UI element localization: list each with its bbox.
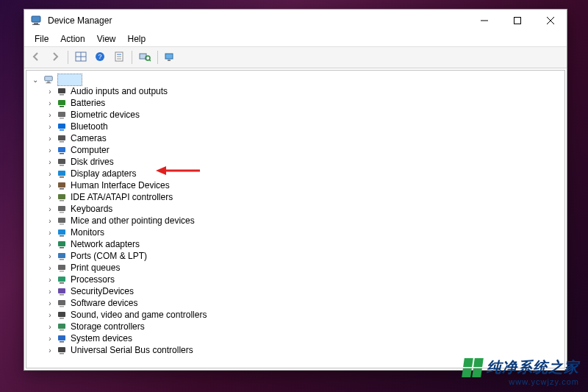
chevron-right-icon[interactable]: ›: [46, 288, 54, 296]
chevron-down-icon[interactable]: ⌄: [31, 76, 40, 84]
chevron-right-icon[interactable]: ›: [46, 229, 54, 237]
tree-node[interactable]: ›System devices: [26, 332, 564, 344]
svg-rect-20: [168, 60, 171, 61]
svg-rect-58: [58, 288, 65, 293]
help-button[interactable]: ?: [91, 49, 109, 66]
chevron-right-icon[interactable]: ›: [46, 217, 54, 225]
menu-file[interactable]: File: [29, 32, 54, 46]
toolbar-separator: [157, 51, 158, 64]
chevron-right-icon[interactable]: ›: [46, 99, 54, 107]
show-hidden-button[interactable]: [72, 49, 90, 66]
chevron-right-icon[interactable]: ›: [46, 193, 54, 202]
tree-node-label: Biometric devices: [71, 110, 140, 120]
chevron-right-icon[interactable]: ›: [46, 311, 54, 319]
tree-node[interactable]: ›Software devices: [26, 297, 564, 309]
chevron-right-icon[interactable]: ›: [46, 346, 54, 354]
chevron-right-icon[interactable]: ›: [46, 88, 54, 96]
chevron-right-icon[interactable]: ›: [46, 123, 54, 131]
close-button[interactable]: [534, 10, 567, 32]
tree-node[interactable]: ›Keyboards: [26, 203, 564, 215]
toolbar-separator: [68, 51, 68, 64]
chevron-right-icon[interactable]: ›: [46, 182, 54, 190]
app-icon: [30, 15, 42, 26]
battery-icon: [56, 97, 68, 109]
tree-node[interactable]: ›Storage controllers: [26, 321, 564, 332]
tree-node-label: System devices: [71, 333, 132, 343]
tree-node[interactable]: ›Ports (COM & LPT): [26, 250, 564, 262]
window-controls: [467, 10, 567, 32]
sound-icon: [56, 309, 68, 321]
minimize-button[interactable]: [467, 10, 501, 32]
tree-node[interactable]: ›IDE ATA/ATAPI controllers: [26, 191, 564, 203]
tree-node[interactable]: ›Print queues: [26, 262, 564, 274]
properties-button[interactable]: [110, 49, 128, 66]
svg-rect-66: [58, 335, 65, 341]
chevron-right-icon[interactable]: ›: [46, 264, 54, 272]
show-hidden-icon: [75, 51, 87, 64]
svg-rect-39: [60, 177, 64, 178]
chevron-right-icon[interactable]: ›: [46, 240, 54, 249]
tree-node[interactable]: ›Processors: [26, 274, 564, 285]
chevron-right-icon[interactable]: ›: [46, 323, 54, 331]
scan-hardware-button[interactable]: [136, 49, 154, 66]
add-legacy-button[interactable]: [162, 49, 179, 66]
tree-node[interactable]: ›Cameras: [26, 132, 564, 144]
tree-node[interactable]: ›Biometric devices: [26, 109, 564, 121]
tree-node[interactable]: ›Batteries: [26, 97, 564, 109]
tree-root[interactable]: ⌄: [26, 74, 564, 85]
svg-rect-45: [60, 212, 64, 213]
scan-hardware-icon: [139, 51, 151, 64]
tree-node[interactable]: ›Computer: [26, 144, 564, 156]
svg-rect-65: [60, 329, 64, 331]
tree-node-label: Monitors: [71, 227, 104, 238]
keyboard-icon: [56, 203, 68, 215]
chevron-right-icon[interactable]: ›: [46, 276, 54, 284]
tree-node[interactable]: ›Human Interface Devices: [26, 179, 564, 191]
tree-node-label: Network adapters: [71, 239, 140, 249]
maximize-button[interactable]: [501, 10, 534, 32]
svg-rect-26: [58, 100, 65, 105]
menu-view[interactable]: View: [91, 32, 122, 46]
svg-rect-36: [58, 159, 65, 164]
svg-rect-47: [60, 224, 64, 225]
disk-icon: [56, 156, 68, 168]
tree-node-label: Print queues: [71, 263, 120, 273]
chevron-right-icon[interactable]: ›: [46, 170, 54, 178]
computer-icon: [56, 144, 68, 156]
svg-text:?: ?: [98, 53, 101, 60]
chevron-right-icon[interactable]: ›: [46, 135, 54, 143]
tree-node[interactable]: ›Audio inputs and outputs: [26, 85, 564, 97]
chevron-right-icon[interactable]: ›: [46, 158, 54, 166]
security-icon: [56, 285, 68, 297]
chevron-right-icon[interactable]: ›: [46, 299, 54, 307]
svg-rect-34: [58, 147, 65, 152]
menu-help[interactable]: Help: [122, 32, 152, 46]
chevron-right-icon[interactable]: ›: [46, 205, 54, 213]
svg-rect-44: [58, 206, 65, 211]
chevron-right-icon[interactable]: ›: [46, 146, 54, 154]
toolbar: ?: [24, 46, 567, 68]
tree-node[interactable]: ›Mice and other pointing devices: [26, 215, 564, 227]
tree-node[interactable]: ›Sound, video and game controllers: [26, 309, 564, 321]
tree-node[interactable]: ›Network adapters: [26, 238, 564, 250]
svg-rect-43: [60, 200, 64, 202]
chevron-right-icon[interactable]: ›: [46, 111, 54, 119]
tree-node[interactable]: ›Disk drives: [26, 156, 564, 168]
svg-rect-4: [514, 18, 520, 24]
chevron-right-icon[interactable]: ›: [46, 335, 54, 343]
titlebar[interactable]: Device Manager: [24, 10, 567, 32]
chevron-right-icon[interactable]: ›: [46, 252, 54, 260]
svg-rect-48: [58, 229, 65, 235]
svg-rect-0: [32, 16, 40, 22]
tree-node[interactable]: ›Display adapters: [26, 168, 564, 179]
tree-node[interactable]: ›Monitors: [26, 227, 564, 238]
tree-node[interactable]: ›Bluetooth: [26, 121, 564, 132]
tree-node-label: Processors: [71, 274, 115, 285]
svg-rect-53: [60, 259, 64, 260]
tree-node[interactable]: ›SecurityDevices: [26, 285, 564, 297]
tree-node[interactable]: ›Universal Serial Bus controllers: [26, 344, 564, 356]
tree-area[interactable]: ⌄ ›Audio inputs and outputs›Batteries›Bi…: [26, 70, 565, 368]
menu-action[interactable]: Action: [54, 32, 90, 46]
audio-icon: [56, 85, 68, 97]
device-tree: ⌄ ›Audio inputs and outputs›Batteries›Bi…: [26, 71, 564, 359]
